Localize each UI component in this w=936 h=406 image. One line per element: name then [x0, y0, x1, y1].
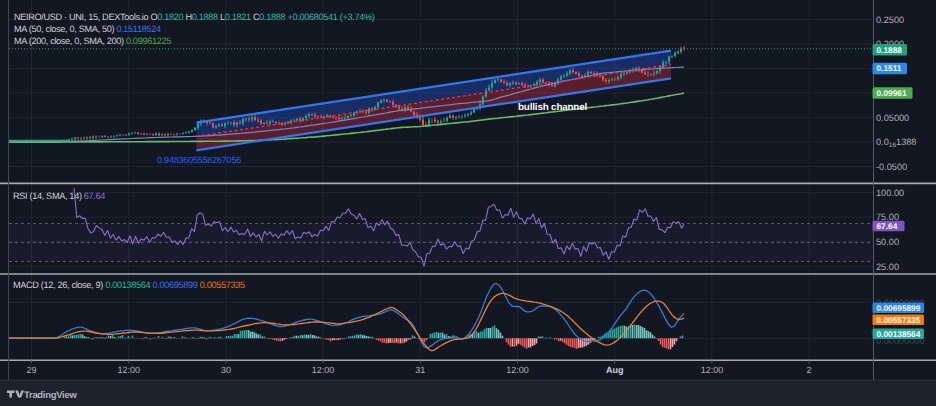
- svg-text:2: 2: [807, 365, 812, 375]
- svg-text:Aug: Aug: [606, 365, 624, 375]
- svg-text:TradingView: TradingView: [24, 390, 77, 401]
- svg-text:12:00: 12:00: [701, 365, 724, 375]
- svg-text:MA (50, close, 0, SMA, 50) 0.1: MA (50, close, 0, SMA, 50) 0.15118524: [14, 24, 161, 34]
- svg-text:29: 29: [26, 365, 36, 375]
- svg-text:MACD (12, 26, close, 9) 0.0013: MACD (12, 26, close, 9) 0.00138564 0.006…: [13, 280, 245, 290]
- svg-text:0.1511: 0.1511: [877, 63, 902, 73]
- svg-text:12:00: 12:00: [312, 365, 335, 375]
- svg-text:67.64: 67.64: [877, 221, 898, 231]
- svg-text:-0.0500: -0.0500: [876, 162, 907, 172]
- svg-text:50.00: 50.00: [876, 237, 899, 247]
- svg-text:bullish channel: bullish channel: [518, 102, 587, 113]
- svg-text:12:00: 12:00: [506, 365, 529, 375]
- svg-text:0.05000: 0.05000: [876, 113, 909, 123]
- svg-text:100.00: 100.00: [876, 188, 904, 198]
- svg-text:MA (200, close, 0, SMA, 200) 0: MA (200, close, 0, SMA, 200) 0.09961225: [14, 36, 171, 46]
- svg-text:0.9483605558267056: 0.9483605558267056: [157, 155, 241, 165]
- svg-text:0.1888: 0.1888: [877, 45, 903, 55]
- svg-text:30: 30: [221, 365, 231, 375]
- svg-text:RSI (14, SMA, 14) 67.64: RSI (14, SMA, 14) 67.64: [13, 191, 105, 201]
- svg-text:31: 31: [415, 365, 425, 375]
- svg-text:12:00: 12:00: [117, 365, 140, 375]
- svg-text:25.00: 25.00: [876, 262, 899, 272]
- svg-text:0.00557335: 0.00557335: [877, 315, 921, 325]
- svg-text:0.2500: 0.2500: [876, 15, 904, 25]
- svg-text:0.0161388: 0.0161388: [876, 137, 916, 149]
- svg-text:NEIRO/USD · UNI, 15, DEXTools.: NEIRO/USD · UNI, 15, DEXTools.io O0.1820…: [14, 12, 375, 22]
- svg-text:0.09961: 0.09961: [877, 88, 907, 98]
- svg-text:0.00695899: 0.00695899: [877, 303, 921, 313]
- svg-text:0.00138564: 0.00138564: [877, 329, 921, 339]
